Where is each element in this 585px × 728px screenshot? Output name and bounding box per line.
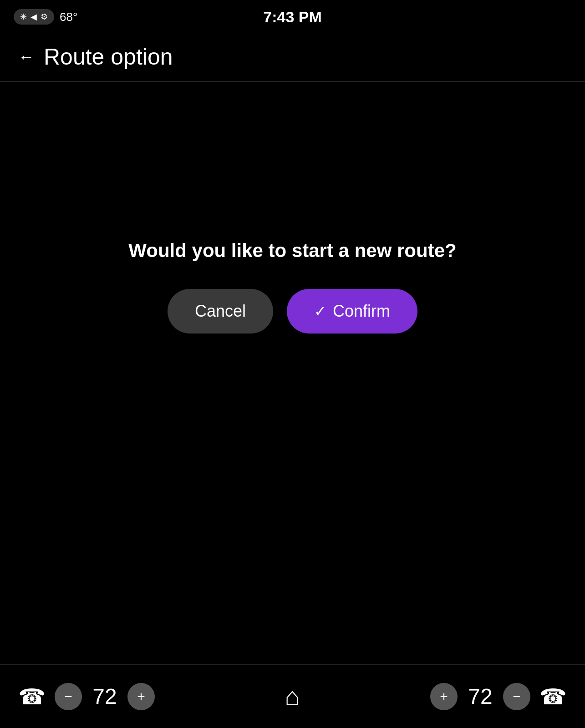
time-display: 7:43 PM (263, 8, 322, 26)
page-title: Route option (44, 44, 173, 70)
checkmark-icon: ✓ (314, 303, 326, 320)
dialog-buttons: Cancel ✓ Confirm (168, 289, 417, 334)
dialog-question: Would you like to start a new route? (128, 240, 456, 262)
status-icons: ✳ ◀ ⚙ (14, 9, 54, 25)
main-content: Would you like to start a new route? Can… (0, 82, 585, 491)
home-button[interactable]: ⌂ (285, 682, 300, 711)
phone-right-icon: ☎ (539, 684, 567, 709)
temperature-display: 68° (60, 10, 77, 24)
back-button[interactable]: ← (18, 47, 35, 66)
bottom-bar: ☎ − 72 + ⌂ + 72 − ☎ (0, 664, 585, 728)
cancel-button[interactable]: Cancel (168, 289, 273, 334)
header: ← Route option (0, 32, 585, 82)
right-count: 72 (467, 684, 494, 709)
confirm-label: Confirm (333, 302, 390, 321)
left-minus-button[interactable]: − (55, 683, 82, 710)
left-count: 72 (91, 684, 118, 709)
confirm-button[interactable]: ✓ Confirm (287, 289, 417, 334)
signal-icon: ◀ (31, 12, 37, 22)
right-plus-button[interactable]: + (430, 683, 458, 710)
right-minus-button[interactable]: − (503, 683, 530, 710)
bottom-center-home: ⌂ (285, 682, 300, 711)
bluetooth-icon: ✳ (20, 12, 27, 22)
settings-icon: ⚙ (41, 12, 48, 22)
left-plus-button[interactable]: + (127, 683, 155, 710)
status-left: ✳ ◀ ⚙ 68° (14, 9, 77, 25)
phone-left-icon: ☎ (18, 684, 46, 709)
bottom-left-controls: ☎ − 72 + (18, 683, 155, 710)
bottom-right-controls: + 72 − ☎ (430, 683, 567, 710)
status-bar: ✳ ◀ ⚙ 68° 7:43 PM (0, 0, 585, 32)
